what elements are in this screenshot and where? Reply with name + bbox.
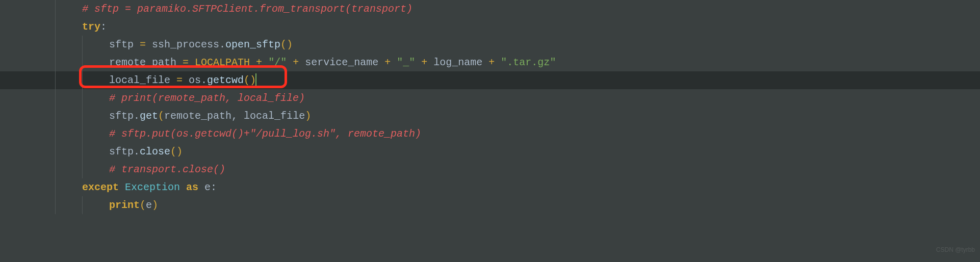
code-line[interactable]: local_file = os.getcwd() [0,71,980,89]
token-ident [391,57,397,68]
token-call: get [140,110,158,122]
token-ident: sftp [109,110,134,122]
indent-guide [82,107,83,125]
token-paren: () [244,74,256,86]
indent-guide [55,18,56,36]
token-keyword: try [82,21,100,33]
token-punct: . [134,146,140,158]
token-string: "/" [268,57,287,68]
token-keyword: print [109,199,140,211]
code-line[interactable]: # sftp = paramiko.SFTPClient.from_transp… [0,0,980,18]
token-ident: os [183,74,201,86]
code-line[interactable]: sftp.get(remote_path, local_file) [0,107,980,125]
token-punct: : [211,181,217,193]
token-ident: local_file [244,110,305,122]
token-ident [250,57,256,68]
indent-guide [82,143,83,161]
code-editor[interactable]: # sftp = paramiko.SFTPClient.from_transp… [0,0,980,214]
token-ident: local_file [109,74,176,86]
token-comment: # print(remote_path, local_file) [109,92,305,104]
indent-space [55,0,82,18]
token-comment: # sftp = paramiko.SFTPClient.from_transp… [82,3,412,15]
token-op: + [421,57,427,68]
indent-guide [82,54,83,71]
code-line[interactable]: try: [0,18,980,36]
indent-guide [55,89,56,107]
token-call: close [140,146,170,158]
code-line[interactable]: remote_path = LOCALPATH + "/" + service_… [0,54,980,71]
code-line[interactable]: sftp = ssh_process.open_sftp() [0,36,980,54]
indent-guide [55,0,56,18]
token-paren: ) [305,110,311,122]
token-ident: remote_path [109,57,183,68]
token-op: + [384,57,391,68]
token-ident [189,57,195,68]
token-op: = [183,57,189,68]
token-ident: ssh_process [146,39,219,50]
token-ident: e [146,199,152,211]
token-keyword: as [186,181,198,193]
token-ident [180,181,186,193]
token-punct: : [100,21,107,33]
code-line[interactable]: sftp.close() [0,143,980,161]
indent-guide [82,125,83,143]
indent-guide [55,36,56,54]
indent-guide [82,71,83,89]
token-punct: . [219,39,225,50]
token-punct: . [201,74,207,86]
code-line[interactable]: except Exception as e: [0,178,980,196]
indent-guide [82,36,83,54]
token-ident: e [198,181,211,193]
token-op: + [256,57,262,68]
token-call: open_sftp [225,39,280,50]
indent-guide [55,107,56,125]
token-comment: # transport.close() [109,164,225,175]
token-ident [415,57,421,68]
token-op: + [293,57,299,68]
token-ident [495,57,501,68]
token-comment: # sftp.put(os.getcwd()+"/pull_log.sh", r… [109,128,421,140]
indent-guide [82,161,83,178]
token-paren: () [280,39,293,50]
token-ident [119,181,125,193]
token-op: + [488,57,495,68]
token-paren: ( [140,199,146,211]
token-ident: service_name [299,57,384,68]
token-builtin: Exception [125,181,180,193]
token-ident: log_name [427,57,488,68]
token-paren: ) [152,199,158,211]
token-ident [262,57,268,68]
token-const: LOCALPATH [195,57,250,68]
token-ident: sftp [109,146,134,158]
token-op: = [176,74,183,86]
indent-guide [55,161,56,178]
token-string: ".tar.gz" [501,57,556,68]
watermark: CSDN @tyrbb [936,241,975,259]
token-string: "_" [397,57,415,68]
token-call: getcwd [207,74,244,86]
indent-guide [55,125,56,143]
indent-guide [55,178,56,196]
indent-guide [55,196,56,214]
indent-guide [82,89,83,107]
token-punct: , [231,110,244,122]
token-punct: . [134,110,140,122]
code-line[interactable]: # sftp.put(os.getcwd()+"/pull_log.sh", r… [0,125,980,143]
token-ident [287,57,293,68]
token-op: = [140,39,146,50]
indent-guide [55,71,56,89]
indent-guide [82,196,83,214]
code-line[interactable]: print(e) [0,196,980,214]
token-ident: remote_path [164,110,231,122]
code-line[interactable]: # transport.close() [0,161,980,178]
text-cursor [255,73,256,86]
indent-space [55,18,82,36]
token-paren: ( [158,110,164,122]
token-keyword: except [82,181,119,193]
indent-space [55,178,82,196]
token-ident: sftp [109,39,140,50]
code-line[interactable]: # print(remote_path, local_file) [0,89,980,107]
token-paren: () [170,146,183,158]
indent-guide [55,143,56,161]
indent-guide [55,54,56,71]
